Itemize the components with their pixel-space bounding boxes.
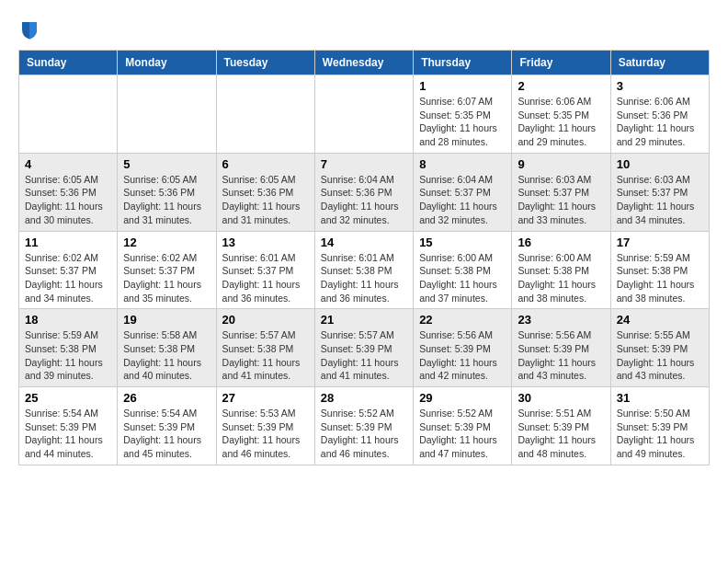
- day-header-sunday: Sunday: [19, 51, 118, 75]
- day-info: Sunrise: 5:52 AM Sunset: 5:39 PM Dayligh…: [419, 407, 506, 461]
- day-info: Sunrise: 6:05 AM Sunset: 5:36 PM Dayligh…: [222, 173, 309, 227]
- calendar-cell: 5Sunrise: 6:05 AM Sunset: 5:36 PM Daylig…: [118, 153, 216, 231]
- day-header-tuesday: Tuesday: [216, 51, 314, 75]
- day-info: Sunrise: 5:59 AM Sunset: 5:38 PM Dayligh…: [617, 251, 703, 305]
- calendar-cell: [314, 75, 413, 154]
- calendar-cell: [216, 75, 314, 154]
- day-number: 31: [617, 391, 703, 405]
- calendar-cell: 14Sunrise: 6:01 AM Sunset: 5:38 PM Dayli…: [314, 231, 413, 309]
- calendar-cell: 3Sunrise: 6:06 AM Sunset: 5:36 PM Daylig…: [610, 75, 709, 154]
- calendar-week-3: 11Sunrise: 6:02 AM Sunset: 5:37 PM Dayli…: [19, 231, 710, 309]
- day-info: Sunrise: 5:56 AM Sunset: 5:39 PM Dayligh…: [518, 328, 604, 383]
- calendar-cell: 26Sunrise: 5:54 AM Sunset: 5:39 PM Dayli…: [118, 387, 216, 465]
- day-number: 28: [321, 391, 407, 405]
- day-info: Sunrise: 6:07 AM Sunset: 5:35 PM Dayligh…: [419, 95, 506, 149]
- day-number: 7: [321, 157, 407, 171]
- calendar-cell: 18Sunrise: 5:59 AM Sunset: 5:38 PM Dayli…: [19, 309, 118, 387]
- calendar-cell: 9Sunrise: 6:03 AM Sunset: 5:37 PM Daylig…: [512, 153, 610, 231]
- day-number: 21: [321, 313, 407, 327]
- calendar-cell: 4Sunrise: 6:05 AM Sunset: 5:36 PM Daylig…: [19, 153, 118, 231]
- day-info: Sunrise: 6:00 AM Sunset: 5:38 PM Dayligh…: [419, 251, 506, 305]
- day-number: 25: [25, 391, 111, 405]
- calendar-cell: 7Sunrise: 6:04 AM Sunset: 5:36 PM Daylig…: [314, 153, 413, 231]
- days-of-week-row: SundayMondayTuesdayWednesdayThursdayFrid…: [19, 51, 710, 75]
- calendar-cell: 29Sunrise: 5:52 AM Sunset: 5:39 PM Dayli…: [414, 387, 512, 465]
- day-number: 9: [518, 157, 604, 171]
- day-number: 11: [25, 236, 111, 249]
- day-header-monday: Monday: [118, 51, 216, 75]
- day-info: Sunrise: 5:58 AM Sunset: 5:38 PM Dayligh…: [123, 328, 210, 383]
- day-number: 29: [419, 391, 506, 405]
- day-info: Sunrise: 6:06 AM Sunset: 5:36 PM Dayligh…: [617, 95, 703, 149]
- day-header-saturday: Saturday: [610, 51, 709, 75]
- day-number: 4: [25, 157, 111, 171]
- day-number: 16: [518, 236, 604, 249]
- calendar-cell: 1Sunrise: 6:07 AM Sunset: 5:35 PM Daylig…: [414, 75, 512, 154]
- calendar-cell: [118, 75, 216, 154]
- logo-icon: [18, 18, 40, 40]
- day-info: Sunrise: 5:57 AM Sunset: 5:38 PM Dayligh…: [222, 328, 309, 383]
- calendar-cell: 31Sunrise: 5:50 AM Sunset: 5:39 PM Dayli…: [610, 387, 709, 465]
- day-number: 1: [419, 79, 506, 93]
- day-number: 20: [222, 313, 309, 327]
- calendar-cell: 15Sunrise: 6:00 AM Sunset: 5:38 PM Dayli…: [414, 231, 512, 309]
- day-number: 17: [617, 236, 703, 249]
- calendar-week-4: 18Sunrise: 5:59 AM Sunset: 5:38 PM Dayli…: [19, 309, 710, 387]
- day-number: 26: [123, 391, 210, 405]
- day-header-friday: Friday: [512, 51, 610, 75]
- day-info: Sunrise: 6:00 AM Sunset: 5:38 PM Dayligh…: [518, 251, 604, 305]
- day-number: 3: [617, 79, 703, 93]
- day-number: 30: [518, 391, 604, 405]
- day-info: Sunrise: 5:53 AM Sunset: 5:39 PM Dayligh…: [222, 407, 309, 461]
- calendar-cell: 24Sunrise: 5:55 AM Sunset: 5:39 PM Dayli…: [610, 309, 709, 387]
- day-info: Sunrise: 5:54 AM Sunset: 5:39 PM Dayligh…: [25, 407, 111, 461]
- day-number: 14: [321, 236, 407, 249]
- calendar-cell: 2Sunrise: 6:06 AM Sunset: 5:35 PM Daylig…: [512, 75, 610, 154]
- day-info: Sunrise: 5:56 AM Sunset: 5:39 PM Dayligh…: [419, 328, 506, 383]
- day-info: Sunrise: 6:02 AM Sunset: 5:37 PM Dayligh…: [123, 251, 210, 305]
- day-info: Sunrise: 5:59 AM Sunset: 5:38 PM Dayligh…: [25, 328, 111, 383]
- calendar-cell: 12Sunrise: 6:02 AM Sunset: 5:37 PM Dayli…: [118, 231, 216, 309]
- calendar-cell: 13Sunrise: 6:01 AM Sunset: 5:37 PM Dayli…: [216, 231, 314, 309]
- calendar-cell: [19, 75, 118, 154]
- day-info: Sunrise: 5:54 AM Sunset: 5:39 PM Dayligh…: [123, 407, 210, 461]
- day-number: 6: [222, 157, 309, 171]
- calendar-cell: 11Sunrise: 6:02 AM Sunset: 5:37 PM Dayli…: [19, 231, 118, 309]
- day-number: 22: [419, 313, 506, 327]
- day-info: Sunrise: 6:04 AM Sunset: 5:36 PM Dayligh…: [321, 173, 407, 227]
- calendar-cell: 28Sunrise: 5:52 AM Sunset: 5:39 PM Dayli…: [314, 387, 413, 465]
- day-info: Sunrise: 6:06 AM Sunset: 5:35 PM Dayligh…: [518, 95, 604, 149]
- logo: [18, 18, 44, 40]
- day-info: Sunrise: 6:03 AM Sunset: 5:37 PM Dayligh…: [518, 173, 604, 227]
- day-info: Sunrise: 5:51 AM Sunset: 5:39 PM Dayligh…: [518, 407, 604, 461]
- page-header: [18, 18, 710, 40]
- day-header-thursday: Thursday: [414, 51, 512, 75]
- day-info: Sunrise: 6:02 AM Sunset: 5:37 PM Dayligh…: [25, 251, 111, 305]
- day-info: Sunrise: 5:50 AM Sunset: 5:39 PM Dayligh…: [617, 407, 703, 461]
- day-info: Sunrise: 6:04 AM Sunset: 5:37 PM Dayligh…: [419, 173, 506, 227]
- day-info: Sunrise: 6:05 AM Sunset: 5:36 PM Dayligh…: [123, 173, 210, 227]
- calendar-week-2: 4Sunrise: 6:05 AM Sunset: 5:36 PM Daylig…: [19, 153, 710, 231]
- day-number: 23: [518, 313, 604, 327]
- calendar-cell: 16Sunrise: 6:00 AM Sunset: 5:38 PM Dayli…: [512, 231, 610, 309]
- calendar-table: SundayMondayTuesdayWednesdayThursdayFrid…: [18, 50, 710, 465]
- day-info: Sunrise: 6:01 AM Sunset: 5:37 PM Dayligh…: [222, 251, 309, 305]
- day-number: 18: [25, 313, 111, 327]
- calendar-cell: 25Sunrise: 5:54 AM Sunset: 5:39 PM Dayli…: [19, 387, 118, 465]
- day-number: 27: [222, 391, 309, 405]
- calendar-cell: 22Sunrise: 5:56 AM Sunset: 5:39 PM Dayli…: [414, 309, 512, 387]
- day-info: Sunrise: 6:03 AM Sunset: 5:37 PM Dayligh…: [617, 173, 703, 227]
- day-info: Sunrise: 6:01 AM Sunset: 5:38 PM Dayligh…: [321, 251, 407, 305]
- day-info: Sunrise: 6:05 AM Sunset: 5:36 PM Dayligh…: [25, 173, 111, 227]
- day-number: 5: [123, 157, 210, 171]
- calendar-body: 1Sunrise: 6:07 AM Sunset: 5:35 PM Daylig…: [19, 75, 710, 465]
- day-number: 24: [617, 313, 703, 327]
- calendar-cell: 20Sunrise: 5:57 AM Sunset: 5:38 PM Dayli…: [216, 309, 314, 387]
- day-number: 8: [419, 157, 506, 171]
- day-info: Sunrise: 5:52 AM Sunset: 5:39 PM Dayligh…: [321, 407, 407, 461]
- calendar-cell: 19Sunrise: 5:58 AM Sunset: 5:38 PM Dayli…: [118, 309, 216, 387]
- day-number: 2: [518, 79, 604, 93]
- calendar-cell: 17Sunrise: 5:59 AM Sunset: 5:38 PM Dayli…: [610, 231, 709, 309]
- day-info: Sunrise: 5:55 AM Sunset: 5:39 PM Dayligh…: [617, 328, 703, 383]
- calendar-cell: 21Sunrise: 5:57 AM Sunset: 5:39 PM Dayli…: [314, 309, 413, 387]
